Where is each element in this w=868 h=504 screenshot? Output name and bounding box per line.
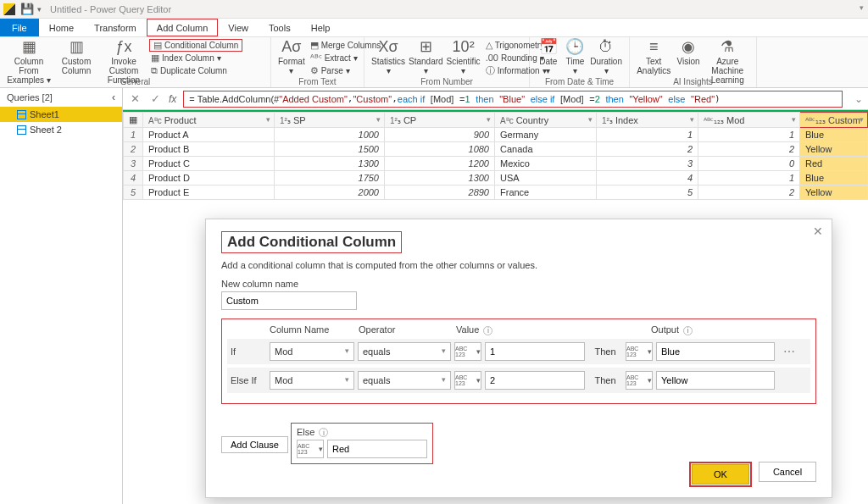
fx-label[interactable]: fx <box>169 93 176 105</box>
format-button[interactable]: AσFormat ▾ <box>278 39 305 77</box>
output-input[interactable] <box>656 342 775 361</box>
output-type-select[interactable]: ABC 123 ▾ <box>626 342 653 361</box>
table-row[interactable]: 1Product A1000900Germany11Blue <box>124 128 868 142</box>
group-ai-label: AI Insights <box>630 77 756 86</box>
info-icon[interactable]: i <box>319 428 328 437</box>
duration-button[interactable]: ⏱Duration ▾ <box>590 39 622 75</box>
cancel-formula-icon[interactable]: ✕ <box>128 92 142 105</box>
col-cp[interactable]: 1²₃CP▾ <box>385 113 495 128</box>
angle-icon: △ <box>486 40 492 51</box>
new-column-input[interactable] <box>221 291 357 310</box>
hdr-column: Column Name <box>270 324 359 335</box>
filter-icon[interactable]: ▾ <box>376 115 381 124</box>
query-sheet1[interactable]: Sheet1 <box>0 107 122 122</box>
scientific-button[interactable]: 10²Scientific ▾ <box>447 39 481 78</box>
filter-icon[interactable]: ▾ <box>487 115 491 124</box>
index-column-button[interactable]: ▦Index Column ▾ <box>149 52 242 64</box>
text-type-icon: Aᴮc <box>148 116 162 125</box>
text-type-icon: Aᴮc <box>500 116 514 125</box>
collapse-queries-icon[interactable]: ‹ <box>112 91 115 103</box>
value-type-select[interactable]: ABC 123 ▾ <box>454 371 481 390</box>
col-sp[interactable]: 1²₃SP▾ <box>275 113 385 128</box>
close-dialog-icon[interactable]: ✕ <box>813 224 823 238</box>
expand-formula-icon[interactable]: ⌄ <box>854 93 863 105</box>
commit-formula-icon[interactable]: ✓ <box>148 92 162 105</box>
column-select[interactable]: Mod <box>270 371 354 390</box>
column-select[interactable]: Mod <box>270 342 354 361</box>
value-type-select[interactable]: ABC 123 ▾ <box>454 342 481 361</box>
clock-icon: 🕒 <box>564 39 587 56</box>
save-icon[interactable]: 💾 <box>20 3 34 15</box>
date-button[interactable]: 📅Date ▾ <box>537 39 560 75</box>
new-column-label: New column name <box>221 279 816 289</box>
conditional-column-dialog: ✕ Add Conditional Column Add a condition… <box>205 219 832 498</box>
filter-icon[interactable]: ▾ <box>690 115 694 124</box>
eye-icon: ◉ <box>674 39 702 56</box>
qat-dropdown[interactable]: ▾ <box>37 5 42 14</box>
title-bar: 💾 ▾ Untitled - Power Query Editor <box>0 0 868 19</box>
menu-transform[interactable]: Transform <box>84 19 147 36</box>
table-row[interactable]: 4Product D17501300USA41Blue <box>124 171 868 186</box>
col-custom[interactable]: ᴬᴮᶜ₁₂₃Custom▾ <box>800 113 868 128</box>
hdr-value: Value i <box>456 324 604 335</box>
filter-icon[interactable]: ▾ <box>588 115 593 124</box>
value-input[interactable] <box>485 371 585 390</box>
more-icon[interactable]: ⋯ <box>778 345 800 358</box>
output-input[interactable] <box>656 371 775 390</box>
conditional-column-button[interactable]: ▤Conditional Column <box>149 39 242 52</box>
ribbon: ▦Column From Examples ▾ ▥Custom Column ƒ… <box>0 37 868 88</box>
menu-tools[interactable]: Tools <box>259 19 301 36</box>
flask-icon: ⚗ <box>706 39 749 56</box>
filter-icon[interactable]: ▾ <box>792 115 796 124</box>
then-label: Then <box>588 346 622 357</box>
text-icon: ≡ <box>637 39 670 56</box>
menu-help[interactable]: Help <box>301 19 341 36</box>
operator-select[interactable]: equals <box>358 342 451 361</box>
select-all-corner[interactable]: ▦ <box>124 113 143 128</box>
file-menu[interactable]: File <box>0 19 39 36</box>
hdr-output: Output i <box>651 324 810 335</box>
menu-home[interactable]: Home <box>39 19 84 36</box>
info-icon: ⓘ <box>486 64 495 77</box>
col-product[interactable]: AᴮcProduct▾ <box>143 113 275 128</box>
number-type-icon: 1²₃ <box>280 116 291 125</box>
menu-view[interactable]: View <box>218 19 259 36</box>
window-title: Untitled - Power Query Editor <box>50 4 171 14</box>
else-value-input[interactable] <box>327 440 427 458</box>
table-star-icon: ▦ <box>7 39 51 56</box>
add-clause-button[interactable]: Add Clause <box>221 436 288 453</box>
col-country[interactable]: AᴮcCountry▾ <box>495 113 597 128</box>
statistics-button[interactable]: XσStatistics ▾ <box>371 39 405 78</box>
parse-icon: ⚙ <box>310 65 319 76</box>
col-index[interactable]: 1²₃Index▾ <box>597 113 698 128</box>
output-type-select[interactable]: ABC 123 ▾ <box>626 371 653 390</box>
format-icon: Aσ <box>278 39 305 56</box>
formula-input[interactable]: = Table.AddColumn(#"Added Custom", "Cust… <box>183 91 843 108</box>
ok-button[interactable]: OK <box>692 464 749 485</box>
time-button[interactable]: 🕒Time ▾ <box>564 39 587 75</box>
table-row[interactable]: 3Product C13001200Mexico30Red <box>124 157 868 171</box>
menu-add-column[interactable]: Add Column <box>147 19 219 36</box>
value-input[interactable] <box>485 342 585 361</box>
duplicate-column-button[interactable]: ⧉Duplicate Column <box>149 64 242 77</box>
queries-header: Queries [2] <box>7 92 53 102</box>
standard-button[interactable]: ⊞Standard ▾ <box>409 39 443 78</box>
else-label: Else i <box>297 427 427 438</box>
formula-bar: ✕ ✓ fx = Table.AddColumn(#"Added Custom"… <box>123 88 868 110</box>
info-icon[interactable]: i <box>683 326 693 335</box>
clause-keyword: Else If <box>231 375 266 385</box>
query-sheet2[interactable]: Sheet 2 <box>0 122 122 137</box>
info-icon[interactable]: i <box>483 326 492 335</box>
operator-select[interactable]: equals <box>358 371 451 390</box>
filter-icon[interactable]: ▾ <box>860 115 864 124</box>
table-icon <box>17 110 26 119</box>
clause-keyword: If <box>231 346 266 357</box>
col-mod[interactable]: ᴬᴮᶜ₁₂₃Mod▾ <box>698 113 800 128</box>
fx-icon: ƒx <box>102 39 146 56</box>
filter-icon[interactable]: ▾ <box>266 115 270 124</box>
else-type-select[interactable]: ABC 123 ▾ <box>297 440 324 458</box>
table-row[interactable]: 2Product B15001080Canada22Yellow <box>124 142 868 157</box>
cancel-button[interactable]: Cancel <box>759 462 816 482</box>
table-row[interactable]: 5Product E20002890France52Yellow <box>124 186 868 200</box>
any-type-icon: ᴬᴮᶜ₁₂₃ <box>805 116 826 125</box>
